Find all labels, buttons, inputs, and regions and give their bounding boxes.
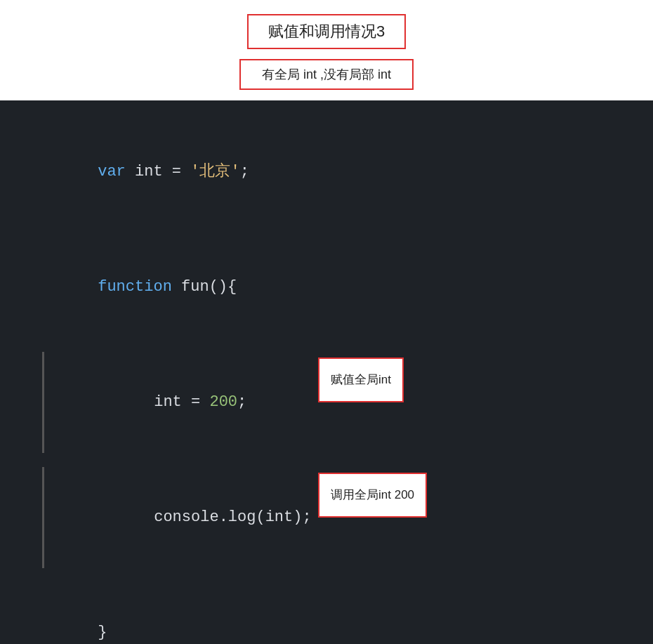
code-text-5: int = 200;: [98, 352, 246, 453]
code-text-7: console.log(int);: [98, 467, 312, 568]
annotation-call-global-1: 调用全局int 200: [318, 473, 427, 518]
spacer-4: [42, 568, 611, 582]
subtitle-text: 有全局 int ,没有局部 int: [262, 67, 391, 81]
spacer-2: [42, 338, 611, 352]
subtitle-box: 有全局 int ,没有局部 int: [239, 59, 414, 90]
title-text: 赋值和调用情况3: [268, 22, 385, 40]
spacer-3: [42, 453, 611, 467]
top-section: 赋值和调用情况3 有全局 int ,没有局部 int: [0, 0, 653, 100]
title-box: 赋值和调用情况3: [247, 14, 406, 49]
annotation-assign-global: 赋值全局int: [318, 357, 404, 402]
code-text-1: var int = '北京';: [42, 121, 249, 223]
code-line-1: var int = '北京';: [42, 121, 611, 223]
code-line-3: function fun(){: [42, 237, 611, 338]
code-line-7: console.log(int); 调用全局int 200: [42, 467, 611, 568]
code-line-5: int = 200; 赋值全局int: [42, 352, 611, 453]
spacer-1: [42, 223, 611, 237]
code-section: var int = '北京'; function fun(){ int = 20…: [0, 100, 653, 644]
code-line-9: }: [42, 582, 611, 644]
code-text-9: }: [42, 582, 107, 644]
code-text-3: function fun(){: [42, 237, 237, 338]
